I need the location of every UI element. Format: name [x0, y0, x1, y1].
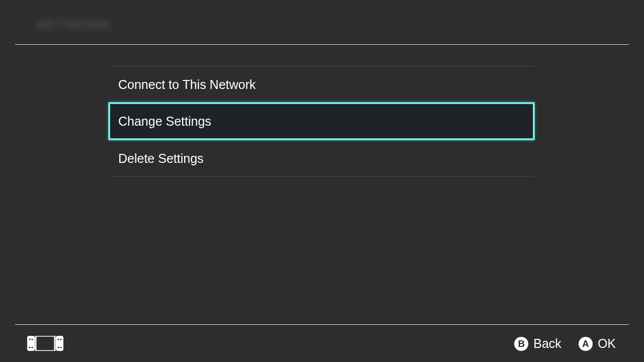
hint-back[interactable]: B Back	[514, 336, 561, 351]
menu-item-connect[interactable]: Connect to This Network	[110, 66, 533, 102]
hint-back-label: Back	[533, 336, 561, 351]
a-button-icon: A	[579, 337, 593, 351]
svg-rect-1	[56, 336, 63, 351]
divider-top	[15, 44, 629, 45]
svg-rect-0	[27, 336, 35, 351]
page-title: NETWORK	[36, 17, 117, 37]
hint-ok[interactable]: A OK	[579, 336, 616, 351]
svg-rect-2	[36, 336, 55, 351]
svg-point-10	[60, 346, 61, 348]
svg-point-7	[57, 338, 59, 340]
svg-point-8	[60, 338, 61, 340]
button-hints: B Back A OK	[514, 336, 616, 351]
svg-point-3	[29, 338, 30, 340]
svg-point-6	[31, 346, 33, 348]
svg-point-4	[31, 338, 33, 340]
b-button-icon: B	[514, 337, 528, 351]
svg-point-9	[57, 346, 59, 348]
menu-item-label: Change Settings	[118, 114, 211, 128]
menu-item-change-settings[interactable]: Change Settings	[108, 102, 535, 140]
header: NETWORK	[0, 0, 644, 44]
hint-ok-label: OK	[598, 336, 616, 351]
menu-item-label: Connect to This Network	[118, 77, 256, 92]
menu-item-delete-settings[interactable]: Delete Settings	[110, 140, 533, 176]
footer: B Back A OK	[0, 325, 644, 362]
svg-point-5	[29, 346, 30, 348]
menu-item-label: Delete Settings	[118, 151, 204, 165]
controller-icon	[27, 336, 63, 351]
network-menu: Connect to This Network Change Settings …	[110, 66, 533, 176]
